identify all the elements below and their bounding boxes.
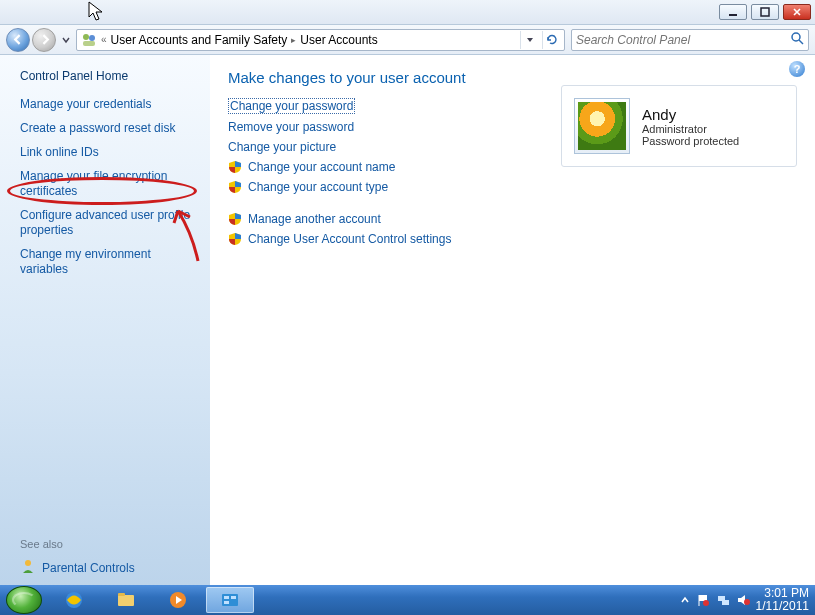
taskbar-explorer[interactable] <box>102 587 150 613</box>
close-button[interactable] <box>783 4 811 20</box>
maximize-button[interactable] <box>751 4 779 20</box>
taskbar: 3:01 PM 1/11/2011 <box>0 585 815 615</box>
sidebar-link-file-encryption[interactable]: Manage your file encryption certificates <box>20 169 198 199</box>
forward-button[interactable] <box>32 28 56 52</box>
link-manage-another-account[interactable]: Manage another account <box>228 212 797 226</box>
start-button[interactable] <box>6 586 42 614</box>
svg-rect-15 <box>224 601 229 604</box>
sidebar-link-password-reset-disk[interactable]: Create a password reset disk <box>20 121 198 136</box>
svg-rect-10 <box>118 593 125 596</box>
content-area: ? Make changes to your user account Chan… <box>210 55 815 585</box>
tray-network-icon[interactable] <box>716 593 730 607</box>
svg-point-18 <box>703 600 709 606</box>
breadcrumb[interactable]: User Accounts and Family Safety ▸ User A… <box>111 33 378 47</box>
link-change-password[interactable]: Change your password <box>228 98 355 114</box>
address-bar[interactable]: « User Accounts and Family Safety ▸ User… <box>76 29 565 51</box>
link-change-uac-settings[interactable]: Change User Account Control settings <box>228 232 797 246</box>
shield-icon <box>228 180 242 194</box>
svg-rect-1 <box>761 8 769 16</box>
link-change-account-type[interactable]: Change your account type <box>228 180 797 194</box>
parental-controls-label: Parental Controls <box>42 561 135 575</box>
help-icon[interactable]: ? <box>789 61 805 77</box>
sidebar-link-user-profile[interactable]: Configure advanced user profile properti… <box>20 208 198 238</box>
svg-point-2 <box>83 34 89 40</box>
account-name: Andy <box>642 106 739 123</box>
shield-icon <box>228 232 242 246</box>
svg-rect-12 <box>222 594 238 606</box>
chevron-right-icon: ▸ <box>291 35 296 45</box>
sidebar: Control Panel Home Manage your credentia… <box>0 55 210 585</box>
account-card: Andy Administrator Password protected <box>561 85 797 167</box>
navigation-bar: « User Accounts and Family Safety ▸ User… <box>0 25 815 55</box>
svg-point-7 <box>25 560 31 566</box>
breadcrumb-page[interactable]: User Accounts <box>300 33 377 47</box>
address-dropdown[interactable] <box>520 31 538 49</box>
minimize-button[interactable] <box>719 4 747 20</box>
parental-controls-link[interactable]: Parental Controls <box>20 558 198 577</box>
taskbar-clock[interactable]: 3:01 PM 1/11/2011 <box>756 587 809 613</box>
svg-rect-13 <box>224 596 229 599</box>
shield-icon <box>228 160 242 174</box>
svg-point-21 <box>744 599 750 605</box>
avatar[interactable] <box>574 98 630 154</box>
svg-point-5 <box>792 33 800 41</box>
back-button[interactable] <box>6 28 30 52</box>
sidebar-links: Manage your credentials Create a passwor… <box>20 97 198 277</box>
sidebar-link-online-ids[interactable]: Link online IDs <box>20 145 198 160</box>
account-status: Password protected <box>642 135 739 147</box>
system-tray: 3:01 PM 1/11/2011 <box>680 587 809 613</box>
taskbar-mediaplayer[interactable] <box>154 587 202 613</box>
control-panel-home-link[interactable]: Control Panel Home <box>20 69 198 83</box>
svg-rect-9 <box>118 595 134 606</box>
tray-flag-icon[interactable] <box>696 593 710 607</box>
chevron-down-icon[interactable] <box>62 36 70 44</box>
sidebar-link-credentials[interactable]: Manage your credentials <box>20 97 198 112</box>
see-also-heading: See also <box>20 538 198 550</box>
shield-icon <box>228 212 242 226</box>
taskbar-ie[interactable] <box>50 587 98 613</box>
svg-rect-4 <box>83 41 95 46</box>
svg-rect-20 <box>722 600 729 605</box>
sidebar-link-env-vars[interactable]: Change my environment variables <box>20 247 198 277</box>
search-icon[interactable] <box>790 31 804 48</box>
window-titlebar <box>0 0 815 25</box>
taskbar-control-panel[interactable] <box>206 587 254 613</box>
breadcrumb-category[interactable]: User Accounts and Family Safety <box>111 33 288 47</box>
refresh-button[interactable] <box>542 31 560 49</box>
svg-point-3 <box>89 35 95 41</box>
svg-rect-14 <box>231 596 236 599</box>
search-input[interactable] <box>576 33 790 47</box>
account-role: Administrator <box>642 123 739 135</box>
user-accounts-icon <box>81 32 97 48</box>
account-tasks-group-2: Manage another account Change User Accou… <box>228 212 797 246</box>
search-box[interactable] <box>571 29 809 51</box>
clock-date: 1/11/2011 <box>756 600 809 613</box>
svg-rect-0 <box>729 14 737 16</box>
breadcrumb-prefix-icon: « <box>101 34 107 45</box>
parental-controls-icon <box>20 558 36 577</box>
svg-line-6 <box>799 40 803 44</box>
tray-chevron-icon[interactable] <box>680 595 690 605</box>
page-heading: Make changes to your user account <box>228 69 797 86</box>
tray-volume-icon[interactable] <box>736 593 750 607</box>
